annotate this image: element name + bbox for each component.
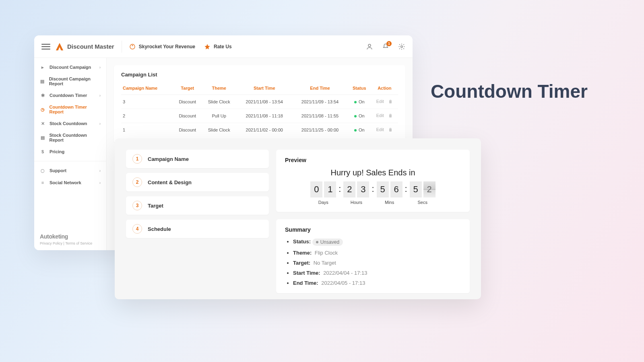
dollar-icon: $: [40, 149, 45, 154]
sidebar-item-countdown-report[interactable]: ◷ Countdown Timer Report: [34, 101, 106, 117]
status-pill: Unsaved: [312, 239, 343, 246]
cell-theme: Pull Up: [202, 109, 237, 123]
summary-start: Start Time: 2022/04/04 - 17:13: [293, 270, 461, 276]
col-theme: Theme: [202, 83, 237, 95]
timer-mins: 5 6 Mins: [377, 181, 402, 205]
cell-start: 2021/11/02 - 00:00: [237, 123, 292, 137]
menu-icon[interactable]: [41, 44, 50, 49]
rss-icon: ≡: [40, 180, 45, 185]
sidebar-item-label: Discount Campaign Report: [49, 76, 101, 86]
preview-card: Preview Hurry up! Sales Ends in 0 1 Days…: [276, 150, 470, 212]
sidebar-item-discount-campaign[interactable]: ▸ Discount Campaign ›: [34, 61, 106, 73]
sidebar-item-label: Stock Countdown: [50, 121, 87, 126]
chevron-right-icon: ›: [99, 93, 101, 98]
report-icon: ▤: [40, 78, 45, 84]
edit-link[interactable]: Edit: [376, 113, 384, 118]
colon: :: [372, 181, 374, 194]
table-row: 3DiscountSlide Clock2021/11/08 - 13:5420…: [121, 95, 398, 109]
cell-status: On: [348, 109, 371, 123]
unit-label: Mins: [385, 200, 394, 205]
rate-link[interactable]: Rate Us: [204, 43, 232, 50]
col-name: Campaign Name: [121, 83, 173, 95]
table-row: 1DiscountSlide Clock2021/11/02 - 00:0020…: [121, 123, 398, 137]
tools-icon: ✕: [40, 121, 45, 126]
step-number: 2: [132, 177, 142, 187]
tag-icon: ▸: [40, 64, 45, 70]
skyrocket-link[interactable]: Skyrocket Your Revenue: [129, 43, 195, 50]
step-target[interactable]: 3 Target: [126, 196, 269, 215]
digit: 5: [377, 181, 389, 197]
summary-end: End Time: 2022/04/05 - 17:13: [293, 280, 461, 286]
sidebar-item-social[interactable]: ≡ Social Network ›: [34, 177, 106, 189]
cell-target: Discount: [173, 109, 202, 123]
status-dot-icon: [354, 101, 357, 103]
sidebar-item-pricing[interactable]: $ Pricing: [34, 146, 106, 158]
sidebar-item-label: Support: [50, 168, 66, 173]
cell-end: 2021/11/25 - 00:00: [292, 123, 348, 137]
cell-end: 2021/11/08 - 11:55: [292, 109, 348, 123]
col-status: Status: [348, 83, 371, 95]
cell-status: On: [348, 95, 371, 109]
countdown-timer: 0 1 Days : 2 3 Hours : 5: [285, 181, 461, 205]
sidebar: ▸ Discount Campaign › ▤ Discount Campaig…: [34, 58, 107, 250]
edit-link[interactable]: Edit: [376, 127, 384, 132]
step-number: 3: [132, 201, 142, 210]
unit-label: Hours: [351, 200, 362, 205]
chevron-right-icon: ›: [99, 181, 101, 185]
sidebar-item-discount-report[interactable]: ▤ Discount Campaign Report: [34, 73, 106, 89]
rate-label: Rate Us: [214, 44, 232, 49]
footer-legal[interactable]: Privacy Policy | Terms of Service: [40, 241, 92, 245]
cell-target: Discount: [173, 123, 202, 137]
notif-badge: 1: [386, 41, 392, 46]
summary-card: Summary Status: Unsaved Theme: Flip Cloc…: [276, 219, 470, 293]
bell-icon[interactable]: 1: [382, 43, 389, 50]
digit: 1: [324, 181, 336, 197]
chevron-right-icon: ›: [99, 65, 101, 70]
chevron-right-icon: ›: [99, 169, 101, 173]
trash-icon[interactable]: [388, 99, 393, 105]
timer-secs: 5 2 Secs: [410, 181, 436, 205]
table-row: 2DiscountPull Up2021/11/08 - 11:182021/1…: [121, 109, 398, 123]
skyrocket-label: Skyrocket Your Revenue: [139, 44, 195, 49]
edit-link[interactable]: Edit: [376, 99, 384, 104]
step-label: Schedule: [148, 226, 171, 232]
step-content-design[interactable]: 2 Content & Design: [126, 173, 269, 191]
trash-icon[interactable]: [388, 113, 393, 119]
cell-name: 2: [121, 109, 173, 123]
svg-point-3: [401, 45, 403, 47]
trash-icon[interactable]: [388, 127, 393, 133]
step-campaign-name[interactable]: 1 Campaign Name: [126, 150, 269, 168]
sidebar-item-label: Countdown Timer Report: [50, 105, 101, 114]
colon: :: [339, 181, 341, 194]
step-number: 4: [132, 224, 142, 234]
editor-panel: 1 Campaign Name 2 Content & Design 3 Tar…: [115, 138, 481, 299]
cell-status: On: [348, 123, 371, 137]
user-icon[interactable]: [366, 43, 373, 50]
sidebar-item-label: Social Network: [50, 180, 81, 185]
sidebar-item-label: Stock Countdown Report: [50, 133, 101, 142]
cell-theme: Slide Clock: [202, 123, 237, 137]
digit: 6: [390, 181, 402, 197]
col-target: Target: [173, 83, 202, 95]
colon: :: [405, 181, 407, 194]
step-schedule[interactable]: 4 Schedule: [126, 220, 269, 238]
sidebar-item-stock-countdown[interactable]: ✕ Stock Countdown ›: [34, 117, 106, 130]
digit: 3: [357, 181, 369, 197]
cell-action: Edit: [371, 109, 398, 123]
logo-mark-icon: [55, 42, 64, 51]
topbar: Discount Master Skyrocket Your Revenue R…: [34, 35, 413, 58]
chevron-right-icon: ›: [99, 121, 101, 126]
cell-start: 2021/11/08 - 11:18: [237, 109, 292, 123]
gear-icon[interactable]: [398, 43, 405, 50]
sidebar-item-countdown-timer[interactable]: ✱ Countdown Timer ›: [34, 89, 106, 101]
sidebar-item-support[interactable]: ◌ Support ›: [34, 165, 106, 177]
step-label: Target: [148, 203, 163, 209]
svg-point-1: [132, 45, 133, 46]
digit: 0: [310, 181, 322, 197]
sidebar-item-stock-report[interactable]: ▤ Stock Countdown Report: [34, 130, 106, 146]
timer-days: 0 1 Days: [310, 181, 336, 205]
cell-target: Discount: [173, 95, 202, 109]
preview-title: Preview: [285, 157, 461, 163]
card-title: Campaign List: [121, 72, 398, 78]
logo[interactable]: Discount Master: [55, 42, 114, 51]
